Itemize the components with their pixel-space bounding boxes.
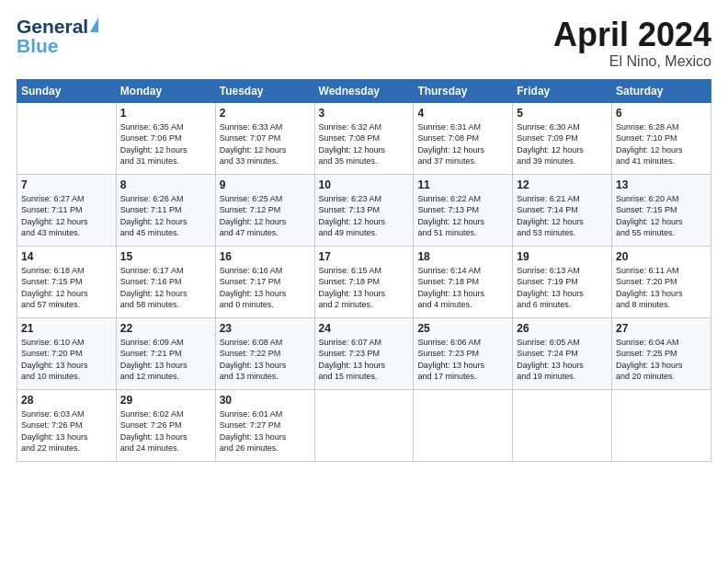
day-number: 17 — [319, 250, 410, 263]
day-info: Sunrise: 6:33 AM Sunset: 7:07 PM Dayligh… — [220, 121, 311, 167]
day-number: 7 — [21, 178, 112, 191]
day-cell: 11Sunrise: 6:22 AM Sunset: 7:13 PM Dayli… — [414, 174, 513, 246]
logo-row1: General — [17, 17, 98, 36]
day-cell: 30Sunrise: 6:01 AM Sunset: 7:27 PM Dayli… — [215, 389, 314, 461]
day-info: Sunrise: 6:32 AM Sunset: 7:08 PM Dayligh… — [319, 121, 410, 167]
day-number: 3 — [319, 107, 410, 120]
calendar-header: Sunday Monday Tuesday Wednesday Thursday… — [17, 79, 711, 102]
day-info: Sunrise: 6:31 AM Sunset: 7:08 PM Dayligh… — [417, 121, 508, 167]
col-thursday: Thursday — [414, 79, 513, 102]
header: General Blue April 2024 El Nino, Mexico — [17, 17, 711, 70]
day-number: 29 — [120, 394, 211, 407]
day-info: Sunrise: 6:14 AM Sunset: 7:18 PM Dayligh… — [417, 265, 508, 311]
day-cell — [17, 102, 117, 174]
day-cell: 9Sunrise: 6:25 AM Sunset: 7:12 PM Daylig… — [215, 174, 314, 246]
day-cell: 14Sunrise: 6:18 AM Sunset: 7:15 PM Dayli… — [17, 246, 117, 317]
day-info: Sunrise: 6:04 AM Sunset: 7:25 PM Dayligh… — [616, 337, 707, 383]
day-number: 26 — [517, 322, 608, 335]
calendar-body: 1Sunrise: 6:35 AM Sunset: 7:06 PM Daylig… — [17, 102, 711, 461]
logo-row2: Blue — [17, 36, 98, 55]
day-info: Sunrise: 6:20 AM Sunset: 7:15 PM Dayligh… — [616, 193, 707, 239]
day-number: 22 — [120, 322, 211, 335]
day-info: Sunrise: 6:27 AM Sunset: 7:11 PM Dayligh… — [21, 193, 112, 239]
day-number: 25 — [417, 322, 508, 335]
col-monday: Monday — [116, 79, 215, 102]
day-info: Sunrise: 6:15 AM Sunset: 7:18 PM Dayligh… — [319, 265, 410, 311]
day-number: 19 — [517, 250, 608, 263]
logo-stack: General Blue — [17, 17, 98, 55]
day-info: Sunrise: 6:09 AM Sunset: 7:21 PM Dayligh… — [120, 337, 211, 383]
col-sunday: Sunday — [17, 79, 117, 102]
day-cell: 3Sunrise: 6:32 AM Sunset: 7:08 PM Daylig… — [314, 102, 414, 174]
day-number: 12 — [517, 178, 608, 191]
day-cell: 8Sunrise: 6:26 AM Sunset: 7:11 PM Daylig… — [116, 174, 215, 246]
day-info: Sunrise: 6:21 AM Sunset: 7:14 PM Dayligh… — [517, 193, 608, 239]
title-block: April 2024 El Nino, Mexico — [553, 17, 711, 70]
logo-general-text: General — [17, 17, 88, 36]
day-number: 14 — [21, 250, 112, 263]
day-cell: 18Sunrise: 6:14 AM Sunset: 7:18 PM Dayli… — [414, 246, 513, 317]
day-cell: 28Sunrise: 6:03 AM Sunset: 7:26 PM Dayli… — [17, 389, 117, 461]
day-number: 2 — [220, 107, 311, 120]
col-wednesday: Wednesday — [314, 79, 414, 102]
day-number: 9 — [220, 178, 311, 191]
day-number: 5 — [517, 107, 608, 120]
day-info: Sunrise: 6:03 AM Sunset: 7:26 PM Dayligh… — [21, 408, 112, 454]
day-cell — [513, 389, 612, 461]
col-tuesday: Tuesday — [215, 79, 314, 102]
week-row-2: 14Sunrise: 6:18 AM Sunset: 7:15 PM Dayli… — [17, 246, 711, 317]
week-row-1: 7Sunrise: 6:27 AM Sunset: 7:11 PM Daylig… — [17, 174, 711, 246]
page: General Blue April 2024 El Nino, Mexico … — [0, 0, 728, 563]
day-info: Sunrise: 6:13 AM Sunset: 7:19 PM Dayligh… — [517, 265, 608, 311]
day-number: 20 — [616, 250, 707, 263]
day-cell: 12Sunrise: 6:21 AM Sunset: 7:14 PM Dayli… — [513, 174, 612, 246]
day-info: Sunrise: 6:02 AM Sunset: 7:26 PM Dayligh… — [120, 408, 211, 454]
day-cell: 7Sunrise: 6:27 AM Sunset: 7:11 PM Daylig… — [17, 174, 117, 246]
day-info: Sunrise: 6:22 AM Sunset: 7:13 PM Dayligh… — [417, 193, 508, 239]
day-number: 4 — [417, 107, 508, 120]
day-cell: 1Sunrise: 6:35 AM Sunset: 7:06 PM Daylig… — [116, 102, 215, 174]
week-row-3: 21Sunrise: 6:10 AM Sunset: 7:20 PM Dayli… — [17, 317, 711, 389]
week-row-0: 1Sunrise: 6:35 AM Sunset: 7:06 PM Daylig… — [17, 102, 711, 174]
col-saturday: Saturday — [612, 79, 711, 102]
col-friday: Friday — [513, 79, 612, 102]
day-info: Sunrise: 6:28 AM Sunset: 7:10 PM Dayligh… — [616, 121, 707, 167]
day-info: Sunrise: 6:01 AM Sunset: 7:27 PM Dayligh… — [220, 408, 311, 454]
day-number: 10 — [319, 178, 410, 191]
day-cell: 2Sunrise: 6:33 AM Sunset: 7:07 PM Daylig… — [215, 102, 314, 174]
day-cell: 26Sunrise: 6:05 AM Sunset: 7:24 PM Dayli… — [513, 317, 612, 389]
day-number: 27 — [616, 322, 707, 335]
day-cell: 25Sunrise: 6:06 AM Sunset: 7:23 PM Dayli… — [414, 317, 513, 389]
day-number: 11 — [417, 178, 508, 191]
day-info: Sunrise: 6:10 AM Sunset: 7:20 PM Dayligh… — [21, 337, 112, 383]
day-number: 1 — [120, 107, 211, 120]
day-info: Sunrise: 6:11 AM Sunset: 7:20 PM Dayligh… — [616, 265, 707, 311]
day-cell: 5Sunrise: 6:30 AM Sunset: 7:09 PM Daylig… — [513, 102, 612, 174]
day-info: Sunrise: 6:35 AM Sunset: 7:06 PM Dayligh… — [120, 121, 211, 167]
day-info: Sunrise: 6:05 AM Sunset: 7:24 PM Dayligh… — [517, 337, 608, 383]
day-cell: 10Sunrise: 6:23 AM Sunset: 7:13 PM Dayli… — [314, 174, 414, 246]
day-cell: 20Sunrise: 6:11 AM Sunset: 7:20 PM Dayli… — [612, 246, 711, 317]
location: El Nino, Mexico — [553, 53, 711, 70]
day-info: Sunrise: 6:30 AM Sunset: 7:09 PM Dayligh… — [517, 121, 608, 167]
day-cell — [414, 389, 513, 461]
day-info: Sunrise: 6:18 AM Sunset: 7:15 PM Dayligh… — [21, 265, 112, 311]
day-cell: 19Sunrise: 6:13 AM Sunset: 7:19 PM Dayli… — [513, 246, 612, 317]
day-info: Sunrise: 6:17 AM Sunset: 7:16 PM Dayligh… — [120, 265, 211, 311]
day-info: Sunrise: 6:07 AM Sunset: 7:23 PM Dayligh… — [319, 337, 410, 383]
day-cell: 16Sunrise: 6:16 AM Sunset: 7:17 PM Dayli… — [215, 246, 314, 317]
day-info: Sunrise: 6:16 AM Sunset: 7:17 PM Dayligh… — [220, 265, 311, 311]
month-title: April 2024 — [553, 17, 711, 53]
day-info: Sunrise: 6:26 AM Sunset: 7:11 PM Dayligh… — [120, 193, 211, 239]
day-number: 8 — [120, 178, 211, 191]
day-number: 15 — [120, 250, 211, 263]
day-number: 28 — [21, 394, 112, 407]
day-cell: 29Sunrise: 6:02 AM Sunset: 7:26 PM Dayli… — [116, 389, 215, 461]
day-cell: 15Sunrise: 6:17 AM Sunset: 7:16 PM Dayli… — [116, 246, 215, 317]
logo: General Blue — [17, 17, 98, 55]
day-info: Sunrise: 6:06 AM Sunset: 7:23 PM Dayligh… — [417, 337, 508, 383]
day-info: Sunrise: 6:08 AM Sunset: 7:22 PM Dayligh… — [220, 337, 311, 383]
day-number: 16 — [220, 250, 311, 263]
day-cell: 24Sunrise: 6:07 AM Sunset: 7:23 PM Dayli… — [314, 317, 414, 389]
day-cell: 6Sunrise: 6:28 AM Sunset: 7:10 PM Daylig… — [612, 102, 711, 174]
